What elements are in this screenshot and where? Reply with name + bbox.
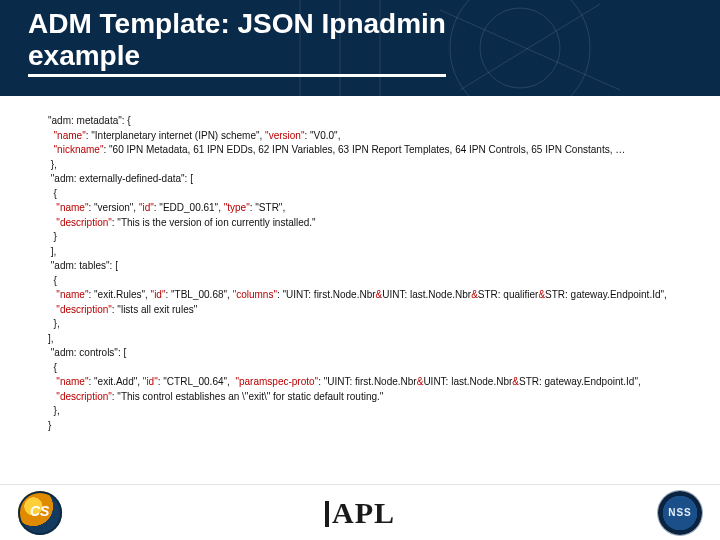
- apl-logo: APL: [325, 496, 395, 530]
- cs-text: CS: [30, 503, 49, 519]
- title-line-2: example: [28, 40, 140, 71]
- cs-badge-icon: CS: [18, 491, 62, 535]
- nss-logo: NSS: [658, 491, 702, 535]
- code-block: "adm: metadata": { "name": "Interplaneta…: [0, 96, 720, 433]
- apl-bar-icon: [325, 501, 329, 527]
- apl-text: APL: [332, 496, 395, 529]
- footer: CS APL NSS: [0, 484, 720, 540]
- title-line-1: ADM Template: JSON Ipnadmin: [28, 8, 446, 39]
- slide-header: ADM Template: JSON Ipnadmin example: [0, 0, 720, 96]
- slide-title: ADM Template: JSON Ipnadmin example: [28, 8, 446, 77]
- slide: ADM Template: JSON Ipnadmin example "adm…: [0, 0, 720, 540]
- json-listing: "adm: metadata": { "name": "Interplaneta…: [48, 114, 690, 433]
- nss-text: NSS: [668, 507, 692, 518]
- cs-logo: CS: [18, 491, 62, 535]
